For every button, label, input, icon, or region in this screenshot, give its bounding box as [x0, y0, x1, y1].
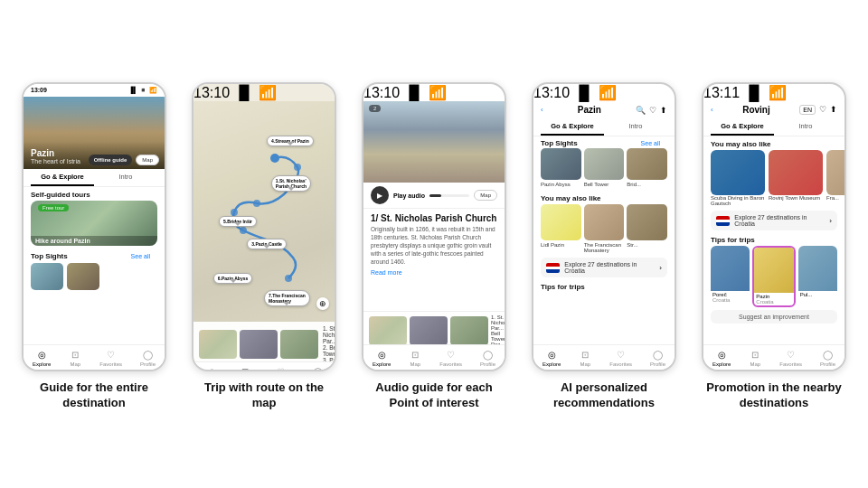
nav-explore-5[interactable]: ◎Explore [712, 348, 731, 367]
tip-card-3[interactable]: Pul... [798, 246, 837, 307]
may-like-lbl-3: Str... [627, 242, 667, 248]
bottom-nav-5: ◎Explore ⊡Map ♡Favorites ◯Profile [703, 344, 844, 370]
nav-fav-5[interactable]: ♡Favorites [779, 348, 802, 367]
nav-fav-4[interactable]: ♡Favorites [609, 348, 632, 367]
bottom-nav-3: ◎Explore ⊡Map ♡Favorites ◯Profile [363, 344, 505, 370]
nav-profile-2[interactable]: ◯Profile [310, 365, 326, 371]
audio-bar[interactable]: ▶ Play audio Map [363, 183, 505, 209]
museum-lbl: Rovinj Town Museum [769, 195, 823, 201]
strip-t1[interactable] [369, 316, 407, 345]
sight-card-2[interactable]: Bell Tower [584, 148, 625, 187]
sights-header: Top Sights See all [24, 249, 165, 261]
phone-frame-4: 13:10 ▐▌ 📶 ‹ Pazin 🔍 ♡ ⬆ Go & Explore In… [532, 82, 676, 371]
sight-card-3[interactable]: Brid... [627, 148, 667, 187]
nav-map-2[interactable]: ⊡Map [239, 365, 251, 371]
audio-progress[interactable] [429, 194, 469, 197]
suggest-btn[interactable]: Suggest an improvement [711, 310, 837, 324]
may-like-big-1[interactable]: Scuba Diving in Baron Gautsch [711, 150, 765, 206]
explore-banner-5[interactable]: Explore 27 destinations in Croatia › [711, 211, 837, 230]
may-like-1[interactable]: Lidl Pazin [541, 204, 581, 253]
nav-explore-2[interactable]: ◎Explore [203, 365, 221, 371]
lang-btn[interactable]: EN [799, 105, 816, 115]
search-icon-4[interactable]: 🔍 [636, 106, 646, 115]
bottom-nav-2: ◎Explore ⊡Map ♡Favorites ◯Profile [193, 361, 335, 371]
croatia-flag-5 [716, 216, 730, 226]
strip-thumb-2[interactable] [240, 330, 278, 359]
nav-profile-4[interactable]: ◯Profile [650, 348, 665, 367]
hero-city: Pazin [31, 148, 54, 158]
offline-guide-btn[interactable]: Offline guide [89, 155, 133, 165]
svg-point-5 [285, 275, 292, 282]
time-1: 13:09 [31, 87, 47, 94]
sight-img-bridge [627, 148, 667, 180]
explore-text-4: Explore 27 destinations in Croatia [564, 261, 655, 274]
nav-profile-3[interactable]: ◯Profile [480, 348, 495, 367]
phone-frame-1: 13:09 ▐▌ ◾ 📶 Pazin The heart of Istria O… [22, 82, 166, 371]
share-icon-5[interactable]: ⬆ [830, 105, 837, 115]
nav-explore-1[interactable]: ◎Explore [33, 348, 51, 367]
nav-map-4[interactable]: ⊡Map [579, 348, 591, 367]
sight-lbl-2: Bell Tower [584, 182, 625, 187]
svg-point-0 [270, 154, 279, 163]
nav-fav-2[interactable]: ♡Favorites [269, 365, 292, 371]
signal-1: ▐▌ ◾ 📶 [128, 87, 157, 94]
tab-intro-5[interactable]: Intro [774, 118, 837, 136]
nav-fav-1[interactable]: ♡Favorites [99, 348, 122, 367]
nav-profile-5[interactable]: ◯Profile [820, 348, 835, 367]
tab-intro-1[interactable]: Intro [94, 169, 157, 186]
back-btn-5[interactable]: ‹ [711, 106, 713, 114]
sight-1[interactable] [31, 263, 63, 290]
strip-t2[interactable] [410, 316, 448, 345]
explore-banner-4[interactable]: Explore 27 destinations in Croatia › [541, 258, 667, 277]
map-btn[interactable]: Map [136, 155, 159, 165]
strip-t3[interactable] [450, 316, 488, 345]
tab-explore-1[interactable]: Go & Explore [31, 169, 94, 186]
strip-thumb-3[interactable] [280, 330, 318, 359]
nav-fav-3[interactable]: ♡Favorites [439, 348, 462, 367]
see-all-4[interactable]: See all [641, 140, 667, 146]
nav-map-5[interactable]: ⊡Map [749, 348, 761, 367]
tip-card-2[interactable]: PazinCroatia [752, 246, 795, 307]
sight-2[interactable] [67, 263, 99, 290]
nav-profile-1[interactable]: ◯Profile [140, 348, 156, 367]
pin-franciscan: 7.The FranciscanMonastery [264, 290, 310, 306]
tab-explore-4[interactable]: Go & Explore [541, 118, 604, 136]
strip-thumb-1[interactable] [199, 330, 237, 359]
strip-labels-3: 1. St. Nicholas Par... Bell Tower Paz [491, 314, 506, 347]
may-like-3[interactable]: Str... [627, 204, 667, 253]
nav-map-3[interactable]: ⊡Map [409, 348, 421, 367]
section-may-like-5: You may also like [703, 136, 844, 150]
play-btn[interactable]: ▶ [371, 186, 389, 204]
sight-img-bell [584, 148, 625, 180]
pazin-header: ‹ Pazin 🔍 ♡ ⬆ [533, 101, 675, 118]
share-icon-4[interactable]: ⬆ [660, 106, 667, 115]
back-btn-4[interactable]: ‹ [541, 106, 543, 114]
may-like-2[interactable]: The Franciscan Monastery [584, 204, 625, 253]
tour-card[interactable]: Free tour Hike around Pazin [31, 201, 157, 246]
may-like-lbl-2: The Franciscan Monastery [584, 242, 625, 253]
tabs-4: Go & Explore Intro [533, 118, 675, 136]
tabs-1: Go & Explore Intro [24, 169, 165, 187]
time-5: 13:11 [703, 85, 740, 100]
may-like-big-3[interactable]: Fra... [826, 150, 844, 206]
tab-intro-4[interactable]: Intro [604, 118, 667, 136]
map-btn-3[interactable]: Map [474, 190, 497, 201]
read-more-link[interactable]: Read more [363, 267, 505, 278]
may-like-img-3 [627, 204, 667, 240]
nav-explore-3[interactable]: ◎Explore [373, 348, 391, 367]
sight-card-1[interactable]: Pazin Abyss [541, 148, 581, 187]
see-all-1[interactable]: See all [131, 253, 157, 259]
strip-label: 1. St. Nicholas Par... 2. Bell Tower 3. … [321, 325, 336, 363]
nav-map-1[interactable]: ⊡Map [69, 348, 81, 367]
heart-icon-5[interactable]: ♡ [819, 105, 826, 115]
tab-explore-5[interactable]: Go & Explore [711, 118, 774, 136]
header-icons-4: 🔍 ♡ ⬆ [636, 106, 667, 115]
pin-bridge: 5.Bridge Inšir [219, 216, 257, 227]
nav-explore-4[interactable]: ◎Explore [542, 348, 561, 367]
caption-2: Trip with route on the map [194, 380, 335, 411]
tour-overlay: Hike around Pazin [31, 236, 157, 246]
tip-card-1[interactable]: PorečCroatia [711, 246, 750, 307]
phone-frame-2: 13:10 ▐▌ 📶 4.Stream of Pazin 1 [192, 82, 336, 371]
may-like-big-2[interactable]: Rovinj Town Museum [769, 150, 823, 206]
heart-icon-4[interactable]: ♡ [649, 106, 656, 115]
